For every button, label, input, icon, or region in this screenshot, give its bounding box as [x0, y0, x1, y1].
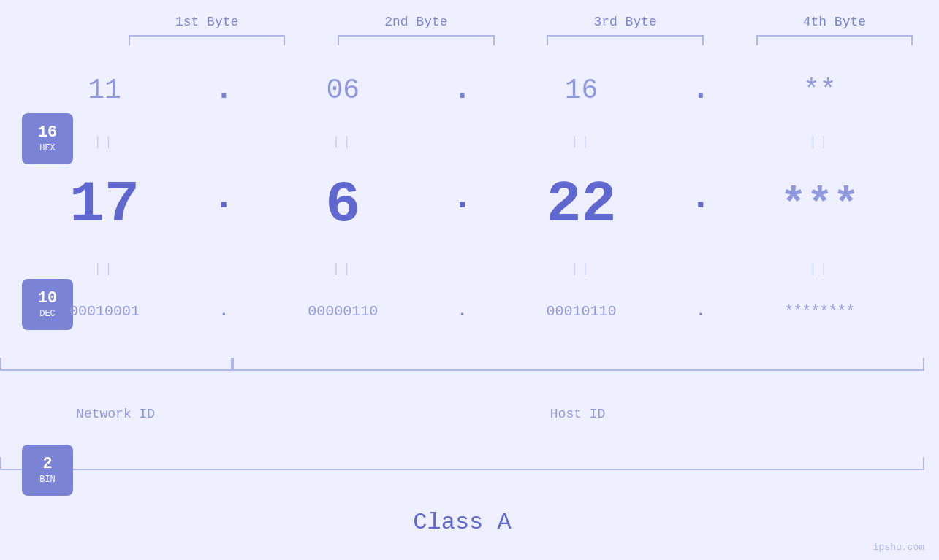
- eq-row-2: || || || ||: [0, 261, 924, 276]
- dec-b4-cell: ***: [715, 183, 924, 227]
- hex-b2: 06: [327, 74, 360, 106]
- bin-b4-cell: ********: [715, 303, 924, 320]
- byte3-header: 3rd Byte: [521, 15, 730, 29]
- eq1-b4: ||: [715, 134, 924, 149]
- eq1-b2: ||: [238, 134, 447, 149]
- bin-b1: 00010001: [69, 303, 140, 320]
- hex-b4: **: [803, 74, 837, 106]
- eq1-sym2: ||: [332, 134, 354, 149]
- byte1-header: 1st Byte: [102, 15, 311, 29]
- outer-bracket: [0, 457, 924, 470]
- eq2-sym3: ||: [571, 261, 593, 276]
- bin-badge: 2 BIN: [22, 445, 73, 496]
- eq2-b3: ||: [477, 261, 686, 276]
- bin-b4: ********: [785, 303, 855, 320]
- bracket-b4: [730, 35, 939, 48]
- host-bracket: [232, 358, 924, 371]
- hex-b1-cell: 11: [0, 74, 209, 106]
- hex-b1: 11: [88, 74, 121, 106]
- hex-dot2: .: [448, 72, 477, 107]
- host-id-label: Host ID: [231, 407, 924, 421]
- hex-dot1: .: [209, 72, 238, 107]
- bin-dot2: .: [448, 302, 477, 321]
- bin-badge-number: 2: [42, 455, 52, 473]
- bin-row: 00010001 . 00000110 . 00010110 . *******…: [0, 302, 924, 321]
- bracket-b3: [521, 35, 730, 48]
- top-bracket-row: [0, 35, 939, 48]
- eq2-sym2: ||: [332, 261, 354, 276]
- dec-dot2: ·: [448, 184, 477, 226]
- byte2-header: 2nd Byte: [311, 15, 520, 29]
- hex-b3: 16: [565, 74, 598, 106]
- bin-b3-cell: 00010110: [477, 303, 686, 320]
- dec-b3-cell: 22: [477, 176, 686, 234]
- bin-dot1: .: [209, 302, 238, 321]
- bin-dot3: .: [686, 302, 715, 321]
- eq2-b4: ||: [715, 261, 924, 276]
- bracket-b2: [311, 35, 520, 48]
- bin-b2-cell: 00000110: [238, 303, 447, 320]
- hex-b4-cell: **: [715, 74, 924, 106]
- id-labels: Network ID Host ID: [0, 407, 924, 421]
- dec-dot1: ·: [209, 184, 238, 226]
- dec-row: 17 · 6 · 22 · ***: [0, 176, 924, 234]
- dec-b1-cell: 17: [0, 176, 209, 234]
- byte4-header: 4th Byte: [730, 15, 939, 29]
- eq2-b1: ||: [0, 261, 209, 276]
- hex-b2-cell: 06: [238, 74, 447, 106]
- watermark: ipshu.com: [873, 542, 924, 553]
- eq1-b3: ||: [477, 134, 686, 149]
- main-container: 1st Byte 2nd Byte 3rd Byte 4th Byte 16 H…: [0, 0, 939, 560]
- bin-b1-cell: 00010001: [0, 303, 209, 320]
- hex-b3-cell: 16: [477, 74, 686, 106]
- bin-b3: 00010110: [547, 303, 617, 320]
- bracket-b1: [102, 35, 311, 48]
- eq1-sym4: ||: [809, 134, 831, 149]
- eq2-sym4: ||: [809, 261, 831, 276]
- hex-row: 11 . 06 . 16 . **: [0, 72, 924, 107]
- eq2-sym1: ||: [94, 261, 115, 276]
- dec-b2: 6: [325, 176, 360, 234]
- eq-row-1: || || || ||: [0, 134, 924, 149]
- dec-b4: ***: [780, 183, 859, 227]
- dec-b3: 22: [547, 176, 617, 234]
- class-label: Class A: [0, 509, 924, 536]
- bin-badge-label: BIN: [39, 475, 56, 485]
- header-row: 1st Byte 2nd Byte 3rd Byte 4th Byte: [0, 15, 939, 29]
- eq1-sym3: ||: [571, 134, 593, 149]
- dec-dot3: ·: [686, 184, 715, 226]
- dec-b1: 17: [69, 176, 140, 234]
- values-column: 11 . 06 . 16 . ** ||: [0, 55, 939, 553]
- hex-dot3: .: [686, 72, 715, 107]
- eq1-b1: ||: [0, 134, 209, 149]
- data-area: 16 HEX 10 DEC 2 BIN 11 . 06: [0, 55, 939, 553]
- bin-b2: 00000110: [308, 303, 378, 320]
- bottom-brackets: [0, 358, 924, 371]
- eq1-sym1: ||: [94, 134, 115, 149]
- dec-b2-cell: 6: [238, 176, 447, 234]
- eq2-b2: ||: [238, 261, 447, 276]
